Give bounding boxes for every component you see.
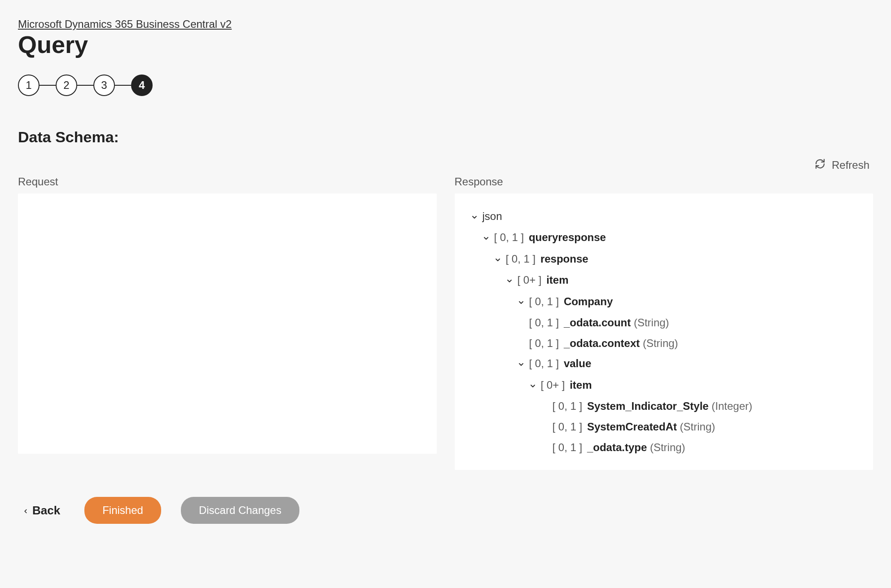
tree-node-name: value bbox=[564, 357, 591, 369]
step-2[interactable]: 2 bbox=[56, 75, 77, 96]
refresh-label: Refresh bbox=[832, 159, 869, 171]
chevron-down-icon[interactable] bbox=[518, 354, 525, 375]
tree-node[interactable]: [ 0, 1 ] Company bbox=[471, 291, 857, 312]
breadcrumb[interactable]: Microsoft Dynamics 365 Business Central … bbox=[18, 18, 232, 30]
request-label: Request bbox=[18, 176, 437, 188]
tree-node-name: queryresponse bbox=[529, 231, 606, 243]
chevron-down-icon[interactable] bbox=[506, 271, 513, 291]
tree-cardinality: [ 0, 1 ] bbox=[553, 400, 585, 412]
stepper: 1234 bbox=[18, 75, 873, 96]
tree-node-name: System_Indicator_Style bbox=[587, 400, 709, 412]
chevron-down-icon[interactable] bbox=[529, 376, 536, 396]
tree-node: [ 0, 1 ] SystemCreatedAt (String) bbox=[471, 417, 857, 437]
tree-node-name: json bbox=[483, 210, 502, 222]
tree-node[interactable]: [ 0+ ] item bbox=[471, 270, 857, 291]
tree-node: [ 0, 1 ] _odata.count (String) bbox=[471, 312, 857, 333]
tree-node-name: _odata.type bbox=[587, 441, 647, 453]
chevron-down-icon[interactable] bbox=[471, 207, 478, 228]
request-panel bbox=[18, 193, 437, 454]
tree-node[interactable]: json bbox=[471, 206, 857, 227]
response-label: Response bbox=[455, 176, 873, 188]
step-connector bbox=[77, 85, 93, 86]
tree-node-name: _odata.context bbox=[564, 337, 640, 349]
chevron-left-icon bbox=[22, 504, 29, 518]
tree-node: [ 0, 1 ] _odata.type (String) bbox=[471, 437, 857, 458]
step-connector bbox=[40, 85, 56, 86]
tree-node[interactable]: [ 0, 1 ] queryresponse bbox=[471, 227, 857, 248]
tree-cardinality: [ 0, 1 ] bbox=[506, 253, 539, 265]
step-connector bbox=[115, 85, 131, 86]
page-title: Query bbox=[18, 31, 873, 58]
tree-cardinality: [ 0, 1 ] bbox=[529, 295, 562, 307]
finished-button[interactable]: Finished bbox=[84, 497, 161, 524]
back-button[interactable]: Back bbox=[18, 504, 65, 518]
tree-node-type: (String) bbox=[640, 337, 678, 349]
tree-node-type: (String) bbox=[631, 316, 669, 329]
tree-cardinality: [ 0, 1 ] bbox=[553, 421, 585, 433]
tree-cardinality: [ 0, 1 ] bbox=[529, 357, 562, 369]
discard-changes-button[interactable]: Discard Changes bbox=[181, 497, 299, 524]
section-title: Data Schema: bbox=[18, 128, 873, 146]
tree-node: [ 0, 1 ] System_Indicator_Style (Integer… bbox=[471, 396, 857, 417]
tree-node-type: (String) bbox=[647, 441, 685, 453]
tree-node[interactable]: [ 0, 1 ] response bbox=[471, 249, 857, 270]
tree-node[interactable]: [ 0+ ] item bbox=[471, 375, 857, 396]
tree-cardinality: [ 0, 1 ] bbox=[529, 316, 562, 329]
tree-node-name: item bbox=[546, 274, 568, 286]
tree-node-name: SystemCreatedAt bbox=[587, 421, 677, 433]
tree-cardinality: [ 0, 1 ] bbox=[494, 231, 527, 243]
back-label: Back bbox=[32, 504, 60, 518]
tree-node[interactable]: [ 0, 1 ] value bbox=[471, 353, 857, 374]
refresh-icon bbox=[815, 158, 825, 172]
tree-cardinality: [ 0+ ] bbox=[518, 274, 545, 286]
tree-cardinality: [ 0, 1 ] bbox=[529, 337, 562, 349]
refresh-button[interactable]: Refresh bbox=[815, 158, 869, 172]
tree-cardinality: [ 0, 1 ] bbox=[553, 441, 585, 453]
tree-node: [ 0, 1 ] _odata.context (String) bbox=[471, 333, 857, 354]
tree-node-name: _odata.count bbox=[564, 316, 631, 329]
step-3[interactable]: 3 bbox=[93, 75, 115, 96]
response-panel: json[ 0, 1 ] queryresponse[ 0, 1 ] respo… bbox=[455, 193, 873, 470]
tree-node-type: (Integer) bbox=[709, 400, 752, 412]
chevron-down-icon[interactable] bbox=[483, 228, 490, 249]
tree-cardinality: [ 0+ ] bbox=[541, 379, 568, 391]
tree-node-name: response bbox=[540, 253, 588, 265]
tree-node-name: item bbox=[570, 379, 592, 391]
step-1[interactable]: 1 bbox=[18, 75, 40, 96]
chevron-down-icon[interactable] bbox=[518, 292, 525, 313]
tree-node-type: (String) bbox=[677, 421, 715, 433]
step-4[interactable]: 4 bbox=[131, 75, 153, 96]
chevron-down-icon[interactable] bbox=[494, 250, 501, 270]
tree-node-name: Company bbox=[564, 295, 613, 307]
